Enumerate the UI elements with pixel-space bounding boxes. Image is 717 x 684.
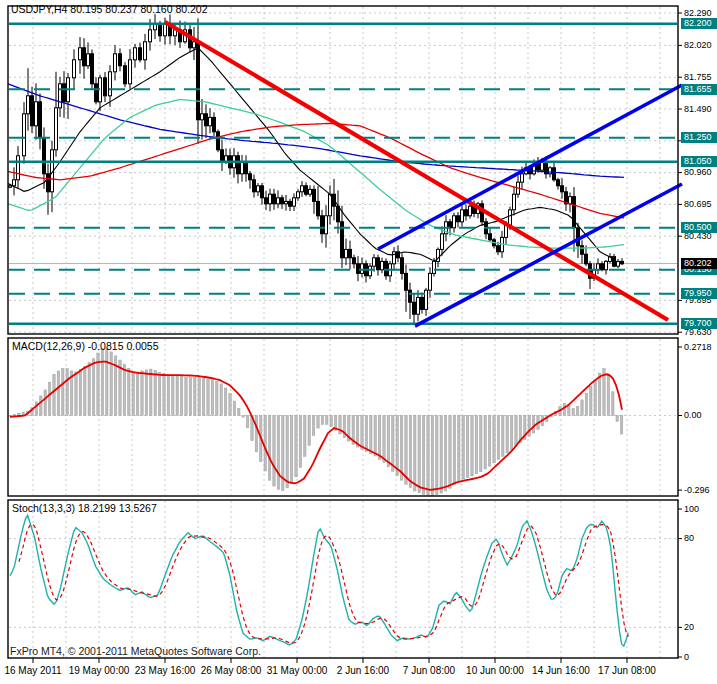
price-axis-label: 80.695 [684, 199, 712, 210]
stoch-axis-label: 100 [684, 504, 699, 515]
price-axis-label: 81.755 [684, 72, 712, 83]
stoch-axis-label: 20 [684, 622, 694, 633]
stoch-d-line [19, 524, 628, 643]
stochastic-indicator-label: Stoch(13,3,3) 18.2199 13.5267 [12, 502, 157, 514]
macd-axis-label: 0.00 [684, 410, 702, 421]
price-axis-label: 80.960 [684, 167, 712, 178]
price-level-badge: 79.700 [681, 318, 717, 329]
price-axis-label: 82.290 [684, 8, 712, 19]
price-level-badge: 81.050 [681, 156, 717, 167]
price-level-badge: 81.250 [681, 132, 717, 143]
macd-indicator-label: MACD(12,26,9) -0.0815 0.0055 [12, 340, 159, 352]
ascending-channel-upper [378, 85, 682, 249]
stoch-k-line [10, 515, 628, 646]
copyright-text: FxPro MT4, © 2001-2011 MetaQuotes Softwa… [10, 645, 261, 657]
price-axis-label: 82.020 [684, 40, 712, 51]
stoch-axis-label: 80 [684, 533, 694, 544]
current-price-badge: 80.202 [681, 258, 717, 269]
stoch-axis-label: 0 [684, 652, 689, 663]
macd-axis-label: -0.296 [684, 485, 710, 496]
macd-axis-label: 0.2718 [684, 342, 712, 353]
price-axis-label: 81.490 [684, 104, 712, 115]
price-level-badge: 82.200 [681, 18, 717, 29]
macd-layer [9, 349, 623, 496]
price-level-badge: 79.950 [681, 288, 717, 299]
stochastic-layer [10, 515, 628, 646]
time-axis-label: 17 Jun 08:00 [587, 665, 667, 676]
chart-title: USDJPY,H4 80.195 80.237 80.160 80.202 [11, 3, 208, 15]
price-level-badge: 81.655 [681, 84, 717, 95]
mt4-chart-window: USDJPY,H4 80.195 80.237 80.160 80.202 MA… [0, 0, 717, 684]
pane-border-0 [8, 6, 678, 334]
candles-layer[interactable] [9, 14, 624, 325]
price-level-badge: 80.500 [681, 222, 717, 233]
